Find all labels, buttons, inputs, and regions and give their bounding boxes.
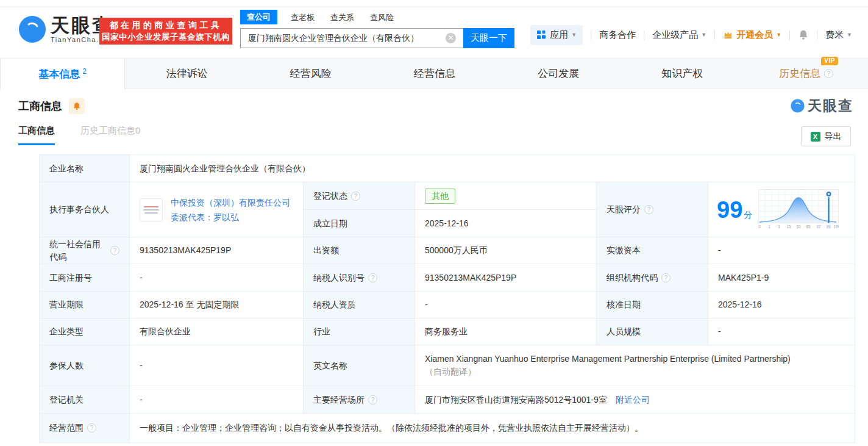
divider — [644, 31, 644, 40]
vip-badge: VIP — [821, 57, 838, 65]
section-subtabs: 工商信息 历史工商信息0 — [18, 125, 140, 145]
field-company-name-label: 企业名称 — [40, 155, 130, 182]
nav-open-vip[interactable]: 开通会员 ▼ — [723, 29, 781, 41]
tab-history-info[interactable]: 历史信息 VIP ? — [744, 59, 868, 88]
credit-code-label-text: 统一社会信用代码 — [49, 238, 107, 264]
search-tab-boss[interactable]: 查老板 — [291, 12, 315, 24]
help-icon[interactable]: ? — [824, 69, 833, 78]
field-approve-date-value: 2025-12-16 — [708, 292, 855, 318]
field-paid-capital-label: 实缴资本 — [597, 237, 708, 264]
search-button[interactable]: 天眼一下 — [463, 28, 514, 48]
nav-enterprise-products[interactable]: 企业级产品 ▼ — [652, 29, 706, 41]
field-capital-value: 500000万人民币 — [415, 237, 597, 264]
chevron-down-icon: ▼ — [847, 32, 852, 38]
tab-operation-info[interactable]: 经营信息 — [372, 59, 496, 88]
subtab-history-business-info[interactable]: 历史工商信息0 — [80, 125, 140, 137]
section-header: 工商信息 — [18, 98, 85, 114]
tab-label: 公司发展 — [538, 67, 579, 81]
partner-company-link[interactable]: 中保投资（深圳）有限责任公司 — [171, 198, 290, 207]
svg-text:100: 100 — [834, 225, 839, 229]
search-input[interactable] — [240, 28, 463, 48]
notification-bell-icon[interactable] — [798, 29, 809, 40]
field-executive-partner-value: 中保投资（深圳）有限责任公司 委派代表：罗以弘 — [130, 182, 304, 237]
clear-icon[interactable]: ✕ — [446, 33, 456, 43]
partner-representative-link[interactable]: 委派代表：罗以弘 — [171, 212, 239, 222]
tab-label: 经营信息 — [414, 67, 455, 81]
partner-logo[interactable] — [140, 198, 163, 221]
bell-icon — [73, 102, 81, 110]
watermark-text: 天眼查 — [808, 96, 853, 115]
field-establish-date-label: 成立日期 — [304, 210, 415, 237]
username: 费米 — [825, 29, 844, 41]
field-taxpayer-quality-label: 纳税人资质 — [304, 292, 415, 318]
watermark-logo-icon — [791, 99, 805, 113]
svg-text:99: 99 — [827, 225, 831, 229]
field-executive-partner-label: 执行事务合伙人 — [40, 182, 130, 237]
field-industry-value: 商务服务业 — [415, 318, 597, 345]
field-english-name-label: 英文名称 — [304, 345, 415, 386]
apps-menu[interactable]: 应用 ▼ — [530, 25, 583, 45]
field-credit-code-value: 91350213MAK425P19P — [130, 237, 304, 264]
slogan-line1: 都在用的商业查询工具 — [110, 20, 222, 31]
help-icon[interactable]: ? — [644, 205, 653, 214]
field-staff-size-value: - — [708, 318, 855, 345]
tab-operation-risk[interactable]: 经营风险 — [249, 59, 372, 88]
reg-status-label-text: 登记状态 — [313, 190, 347, 203]
field-paid-capital-value: - — [708, 237, 855, 264]
nearby-companies-link[interactable]: 附近公司 — [616, 394, 650, 406]
tab-label: 经营风险 — [290, 67, 332, 81]
field-scope-value: 一般项目：企业管理；企业管理咨询；以自有资金从事投资活动。（除依法须经批准的项目… — [130, 414, 855, 443]
slogan-line2: 国家中小企业发展子基金旗下机构 — [102, 31, 230, 43]
monitor-bell-button[interactable] — [69, 98, 85, 114]
tab-company-development[interactable]: 公司发展 — [497, 59, 621, 88]
field-org-code-value: MAK425P1-9 — [708, 264, 855, 292]
field-reg-no-value: - — [130, 264, 304, 292]
tab-label: 基本信息 — [38, 67, 80, 81]
scope-label-text: 经营范围 — [49, 422, 84, 434]
tab-legal-proceedings[interactable]: 法律诉讼 — [125, 59, 249, 88]
svg-text:1: 1 — [768, 225, 770, 229]
field-company-type-label: 企业类型 — [40, 318, 130, 345]
field-staff-size-label: 人员规模 — [597, 318, 708, 345]
svg-text:0: 0 — [758, 225, 761, 229]
help-icon[interactable]: ? — [351, 192, 360, 201]
help-icon[interactable]: ? — [661, 273, 671, 282]
field-score-label: 天眼评分 ? — [597, 182, 708, 237]
chevron-down-icon: ▼ — [776, 32, 781, 38]
search-tab-company[interactable]: 查公司 — [240, 10, 277, 24]
export-button[interactable]: X 导出 — [801, 126, 851, 146]
status-badge: 其他 — [425, 189, 455, 204]
field-premises-label: 主要经营场所 ? — [304, 386, 415, 414]
field-reg-status-label: 登记状态 ? — [304, 182, 415, 210]
top-edge-divider — [0, 0, 868, 7]
chevron-down-icon: ▼ — [701, 32, 706, 38]
user-menu[interactable]: 费米 ▼ — [825, 29, 852, 41]
subtab-business-info[interactable]: 工商信息 — [18, 125, 55, 145]
search-tab-risk[interactable]: 查风险 — [370, 12, 394, 24]
search-box: ✕ 天眼一下 — [240, 28, 514, 48]
svg-text:15: 15 — [787, 225, 792, 229]
section-title: 工商信息 — [18, 99, 62, 113]
nav-cooperation[interactable]: 商务合作 — [599, 29, 636, 41]
score-label-text: 天眼评分 — [607, 203, 641, 216]
field-term-label: 营业期限 — [40, 292, 130, 318]
help-icon[interactable]: ? — [368, 273, 377, 282]
help-icon[interactable]: ? — [87, 423, 96, 433]
score-distribution-chart: 0 1 3 15 50 85 97 99 100 — [758, 189, 839, 231]
field-reg-authority-label: 登记机关 — [40, 386, 130, 414]
tab-label: 法律诉讼 — [166, 67, 208, 81]
help-icon[interactable]: ? — [110, 246, 119, 255]
svg-text:85: 85 — [806, 225, 811, 229]
field-establish-date-value: 2025-12-16 — [415, 210, 597, 237]
field-reg-authority-value: - — [130, 386, 304, 414]
help-icon[interactable]: ? — [368, 395, 377, 405]
search-tab-relation[interactable]: 查关系 — [330, 12, 354, 24]
field-reg-status-value: 其他 — [415, 182, 597, 210]
tab-intellectual-property[interactable]: 知识产权 — [621, 59, 744, 88]
field-term-value: 2025-12-16 至 无固定期限 — [130, 292, 304, 318]
page: 天眼查 TianYanCha.com 都在用的商业查询工具 国家中小企业发展子基… — [0, 0, 868, 446]
tab-basic-info[interactable]: 基本信息 2 — [0, 59, 125, 90]
field-insured-value: - — [130, 345, 304, 386]
search-area: 查公司 查老板 查关系 查风险 ✕ 天眼一下 — [240, 12, 514, 48]
field-company-name-value: 厦门翔南圆火企业管理合伙企业（有限合伙） — [130, 155, 855, 182]
